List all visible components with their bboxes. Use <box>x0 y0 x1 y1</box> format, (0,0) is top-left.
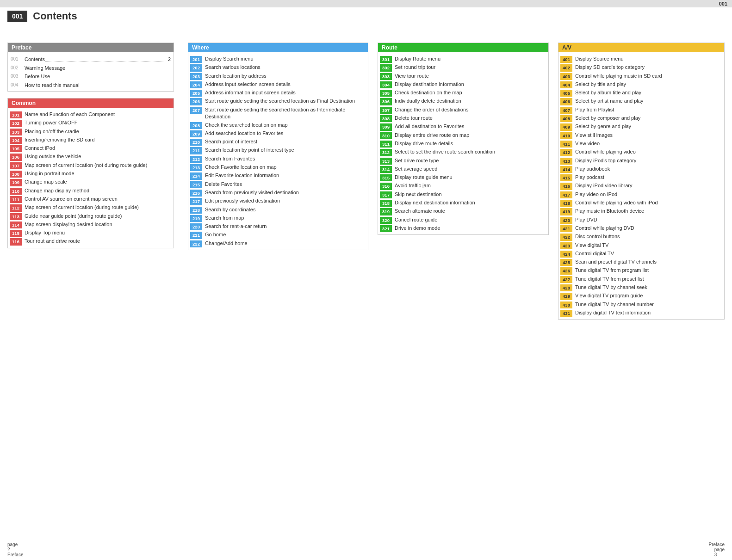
item-number: 404 <box>560 81 572 88</box>
item-text: Connect iPod <box>25 145 55 152</box>
item-number: 318 <box>380 200 392 207</box>
list-item: 111 Control AV source on current map scr… <box>8 195 174 203</box>
list-item: 003 Before Use <box>8 72 174 81</box>
item-text: Change/Add home <box>205 240 248 247</box>
item-number: 413 <box>560 158 572 165</box>
list-item: 316 Avoid traffic jam <box>378 182 548 190</box>
item-number: 310 <box>380 132 392 139</box>
item-number: 431 <box>560 310 572 317</box>
list-item: 109 Change map scale <box>8 178 174 186</box>
item-text: Disc control buttons <box>575 233 620 240</box>
list-item: 215 Delete Favorites <box>188 180 368 189</box>
list-item: 408 Select by composer and play <box>558 114 724 123</box>
item-text: Go home <box>205 231 226 238</box>
list-item: 207 Start route guide setting the search… <box>188 106 368 121</box>
list-item: 108 Using in portrait mode <box>8 170 174 178</box>
item-text: Map screen of current location (during r… <box>25 204 139 211</box>
item-text: Control digital TV <box>575 250 614 257</box>
item-text: How to read this manual <box>25 81 80 89</box>
item-number: 426 <box>560 267 572 274</box>
list-item: 110 Change map display method <box>8 187 174 195</box>
list-item: 002 Warning Message <box>8 64 174 73</box>
item-number: 408 <box>560 115 572 122</box>
item-text: Map screen displaying desired location <box>25 221 112 228</box>
footer-right: Preface page3 <box>709 542 725 557</box>
item-number: 209 <box>190 130 202 137</box>
item-text: Control while playing music in SD card <box>575 73 662 80</box>
item-number: 311 <box>380 141 392 148</box>
list-item: 315 Display route guide menu <box>378 173 548 182</box>
list-item: 302 Set round trip tour <box>378 63 548 72</box>
item-text: Select by composer and play <box>575 115 640 122</box>
list-item: 205 Address information input screen det… <box>188 89 368 97</box>
item-number: 414 <box>560 166 572 173</box>
common-list: 101 Name and Function of each Component … <box>8 108 174 248</box>
item-number: 218 <box>190 207 202 214</box>
item-number: 303 <box>380 73 392 80</box>
item-text: Change map scale <box>25 178 67 185</box>
list-item: 319 Search alternate route <box>378 207 548 215</box>
item-text: Display next destination information <box>395 199 475 206</box>
item-text: View tour route <box>395 73 429 80</box>
item-text: View digital TV program guide <box>575 292 643 299</box>
item-text: Select by album title and play <box>575 89 641 96</box>
item-text: Select by title and play <box>575 81 626 88</box>
item-text: Search from map <box>205 215 244 222</box>
item-number: 428 <box>560 284 572 291</box>
item-number: 417 <box>560 191 572 198</box>
item-number: 405 <box>560 90 572 97</box>
item-number: 429 <box>560 293 572 300</box>
list-item: 104 Inserting/removing the SD card <box>8 136 174 144</box>
item-number: 305 <box>380 90 392 97</box>
item-text: Inserting/removing the SD card <box>25 136 95 143</box>
list-item: 420 Play DVD <box>558 216 724 224</box>
list-item: 419 Play music in Bluetooth device <box>558 207 724 215</box>
item-text: Address input selection screen details <box>205 81 291 88</box>
item-text: Start route guide setting the searched l… <box>205 106 366 121</box>
list-item: 321 Drive in demo mode <box>378 224 548 233</box>
item-number: 219 <box>190 215 202 222</box>
item-number: 206 <box>190 98 202 105</box>
item-text: Search alternate route <box>395 208 445 215</box>
item-number: 423 <box>560 242 572 249</box>
list-item: 305 Check destination on the map <box>378 89 548 97</box>
item-text: Play DVD <box>575 216 597 223</box>
content-area: Preface 001 Contents 2 002 Warning Messa… <box>0 15 732 345</box>
item-text: Change map display method <box>25 187 89 194</box>
middle-column: Where 201 Display Search menu 202 Search… <box>179 43 373 326</box>
item-number: 403 <box>560 73 572 80</box>
item-number: 211 <box>190 147 202 154</box>
list-item: 424 Control digital TV <box>558 250 724 258</box>
list-item: 114 Map screen displaying desired locati… <box>8 221 174 229</box>
where-section: Where 201 Display Search menu 202 Search… <box>188 43 368 250</box>
item-number: 314 <box>380 166 392 173</box>
footer-left-label: Preface <box>7 552 23 557</box>
list-item: 301 Display Route menu <box>378 55 548 63</box>
item-number: 116 <box>10 238 22 245</box>
list-item: 317 Skip next destination <box>378 191 548 199</box>
route-section: Route 301 Display Route menu 302 Set rou… <box>378 43 549 235</box>
item-number: 424 <box>560 251 572 258</box>
list-item: 309 Add all destination to Favorites <box>378 123 548 131</box>
item-number: 102 <box>10 120 22 127</box>
list-item: 213 Check Favorite location on map <box>188 163 368 172</box>
list-item: 318 Display next destination information <box>378 199 548 207</box>
list-item: 428 Tune digital TV by channel seek <box>558 283 724 292</box>
item-number: 203 <box>190 73 202 80</box>
item-number: 410 <box>560 132 572 139</box>
list-item: 304 Display destination information <box>378 80 548 89</box>
item-text: Using outside the vehicle <box>25 153 81 160</box>
item-number: 320 <box>380 217 392 224</box>
item-text: Edit previously visited destination <box>205 197 280 204</box>
list-item: 103 Placing on/off the cradle <box>8 128 174 136</box>
list-item: 222 Change/Add home <box>188 240 368 248</box>
list-item: 115 Display Top menu <box>8 229 174 237</box>
list-item: 306 Individually delete destination <box>378 97 548 105</box>
list-item: 320 Cancel route guide <box>378 216 548 224</box>
av-section: A/V 401 Display Source menu 402 Display … <box>558 43 725 320</box>
item-text: Scan and preset digital TV channels <box>575 258 657 265</box>
item-number: 308 <box>380 115 392 122</box>
item-text: Display SD card's top category <box>575 64 645 71</box>
page-number-box: 001 <box>7 11 27 22</box>
list-item: 303 View tour route <box>378 72 548 80</box>
